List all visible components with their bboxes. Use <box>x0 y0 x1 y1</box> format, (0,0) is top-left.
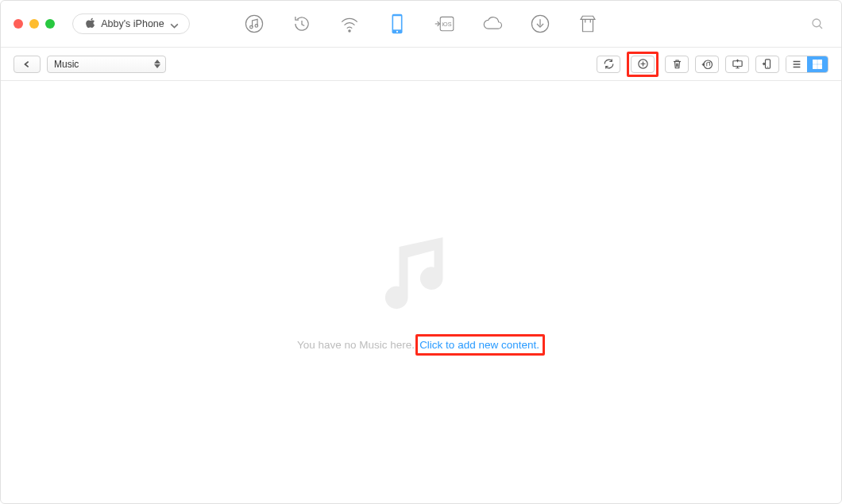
add-content-button[interactable] <box>631 56 655 73</box>
svg-point-12 <box>704 60 713 69</box>
view-mode-toggle <box>786 56 828 73</box>
app-window: Abby's iPhone iOS <box>0 0 842 504</box>
close-window-button[interactable] <box>14 19 23 29</box>
add-link-highlight: Click to add new content. <box>415 334 545 356</box>
delete-button[interactable] <box>665 56 689 73</box>
svg-rect-17 <box>818 60 821 63</box>
to-itunes-button[interactable] <box>695 56 719 73</box>
to-device-button[interactable] <box>755 56 779 73</box>
title-bar: Abby's iPhone iOS <box>1 1 841 48</box>
empty-state-text: You have no Music here. <box>297 339 417 351</box>
tab-device-content[interactable] <box>384 8 410 40</box>
list-view-button[interactable] <box>786 56 807 72</box>
svg-rect-5 <box>393 16 401 29</box>
svg-rect-16 <box>813 60 817 63</box>
chevron-down-icon <box>169 21 176 28</box>
device-name-label: Abby's iPhone <box>101 18 164 29</box>
toolbar-actions <box>597 52 828 77</box>
category-select-label: Music <box>54 59 79 70</box>
svg-point-6 <box>396 31 398 33</box>
svg-point-3 <box>349 30 350 32</box>
apple-icon <box>86 17 96 30</box>
back-button[interactable] <box>14 56 41 73</box>
svg-point-0 <box>245 15 262 32</box>
category-select[interactable]: Music <box>47 56 166 73</box>
tab-ringtone-maker[interactable] <box>575 8 601 40</box>
svg-rect-18 <box>813 64 817 67</box>
refresh-button[interactable] <box>597 56 620 73</box>
content-toolbar: Music <box>1 48 841 81</box>
zoom-window-button[interactable] <box>45 19 55 29</box>
svg-point-1 <box>250 25 253 29</box>
tab-audio[interactable] <box>241 8 267 40</box>
search-button[interactable] <box>806 13 828 35</box>
svg-rect-19 <box>818 64 821 67</box>
svg-point-2 <box>255 25 258 28</box>
svg-text:iOS: iOS <box>442 21 452 28</box>
tab-downloads[interactable] <box>527 8 553 40</box>
window-controls <box>14 19 55 29</box>
grid-view-button[interactable] <box>807 56 828 72</box>
tab-icloud[interactable] <box>480 8 505 40</box>
music-placeholder-icon <box>377 229 465 320</box>
empty-state-line: You have no Music here. Click to add new… <box>297 334 545 356</box>
svg-point-15 <box>767 67 767 67</box>
tab-backup-history[interactable] <box>289 8 315 40</box>
top-category-tabs: iOS <box>241 8 601 40</box>
to-computer-button[interactable] <box>725 56 749 73</box>
add-content-link[interactable]: Click to add new content. <box>419 339 539 351</box>
add-button-highlight <box>627 52 659 77</box>
tab-wifi-transfer[interactable] <box>337 8 362 40</box>
content-area: You have no Music here. Click to add new… <box>1 81 841 503</box>
select-sort-icon <box>154 60 160 69</box>
device-selector-button[interactable]: Abby's iPhone <box>72 13 190 34</box>
minimize-window-button[interactable] <box>29 19 39 29</box>
tab-ios-migration[interactable]: iOS <box>432 8 458 40</box>
